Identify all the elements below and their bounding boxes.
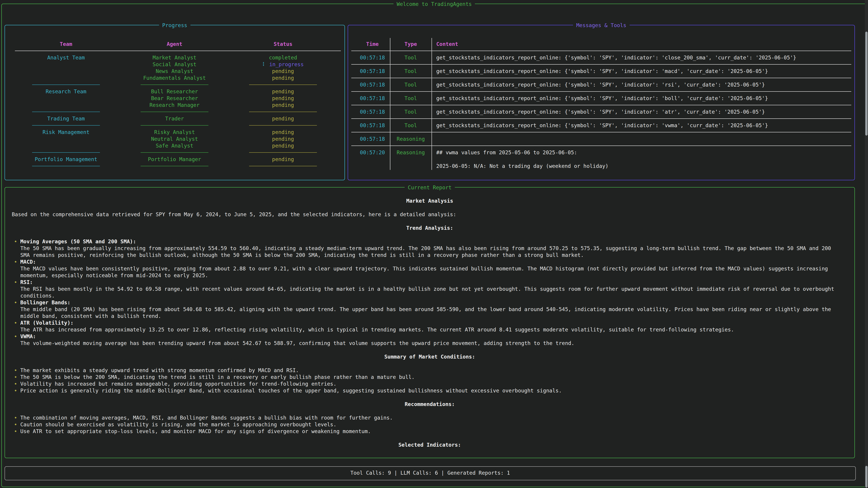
progress-panel-title: Progress [159, 22, 191, 29]
separator-cell [229, 122, 337, 129]
team-cell [12, 102, 120, 108]
message-content: get_stockstats_indicators_report_online:… [432, 122, 855, 129]
status-cell: pending [229, 74, 337, 81]
message-content: get_stockstats_indicators_report_online:… [432, 95, 855, 102]
stats-footer-panel: Tool Calls: 9 | LLM Calls: 6 | Generated… [4, 466, 856, 480]
team-cell: Research Team [12, 88, 120, 95]
report-line-text: The market exhibits a steady upward tren… [20, 367, 299, 373]
report-line: • Use ATR to set appropriate stop-loss l… [12, 428, 848, 435]
spinner-icon: ⠇ [262, 61, 266, 67]
group-separator [5, 149, 344, 156]
separator-cell [229, 149, 337, 156]
bullet-icon: • [14, 300, 20, 305]
separator-line [32, 152, 100, 153]
messages-table-body: 00:57:18Toolget_stockstats_indicators_re… [348, 54, 855, 169]
team-cell: Risk Management [12, 129, 120, 135]
messages-table-header: Time Type Content [348, 41, 855, 47]
team-cell [12, 142, 120, 149]
report-line-text: The combination of moving averages, MACD… [20, 415, 393, 421]
status-cell: pending [229, 88, 337, 95]
row-separator [348, 142, 855, 149]
separator-line [249, 85, 317, 85]
bullet-icon: • [14, 320, 20, 326]
report-line: • VWMA: [12, 333, 848, 340]
progress-row: Neutral Analystpending [5, 135, 344, 142]
bullet-icon: • [14, 428, 20, 434]
team-cell [12, 74, 120, 81]
message-content: get_stockstats_indicators_report_online:… [432, 54, 855, 61]
report-line [12, 360, 848, 367]
message-row: 00:57:18Toolget_stockstats_indicators_re… [348, 54, 855, 61]
report-line: The middle band (20 SMA) has been rising… [12, 306, 848, 313]
message-content: get_stockstats_indicators_report_online:… [432, 68, 855, 74]
bullet-icon: • [14, 388, 20, 394]
team-cell [12, 135, 120, 142]
separator-cell [12, 81, 120, 88]
row-separator [348, 74, 855, 81]
message-content-line: get_stockstats_indicators_report_online:… [436, 54, 855, 61]
separator-line [32, 125, 100, 126]
report-line: The ATR has increased from approximately… [12, 326, 848, 333]
message-row: 00:57:18Reasoning [348, 135, 855, 142]
message-row: 00:57:18Toolget_stockstats_indicators_re… [348, 68, 855, 74]
report-line: • Moving Averages (50 SMA and 200 SMA): [12, 238, 848, 245]
report-line: • MACD: [12, 258, 848, 265]
message-time: 00:57:18 [348, 108, 390, 115]
team-cell: Analyst Team [12, 54, 120, 61]
report-line: • Caution should be exercised as volatil… [12, 421, 848, 428]
report-line-text: Price action is generally riding the mid… [20, 388, 562, 394]
message-content-line: get_stockstats_indicators_report_online:… [436, 108, 855, 115]
report-line: • Volatility has increased but remains m… [12, 381, 848, 387]
scrollbar-thumb[interactable] [865, 32, 868, 135]
report-line: middle band, consistent with a bullish t… [12, 313, 848, 320]
message-type: Tool [390, 95, 432, 102]
bullet-icon: • [14, 415, 20, 421]
report-line [12, 218, 848, 225]
status-cell: pending [229, 129, 337, 135]
agent-cell: Risky Analyst [120, 129, 229, 135]
report-line-text: Volatility has increased but remains man… [20, 381, 337, 387]
separator-line [141, 166, 209, 166]
report-line: conditions. [12, 292, 848, 299]
report-line: Trend Analysis: [12, 225, 848, 231]
report-line: The volume-weighted moving average has b… [12, 340, 848, 347]
report-line [12, 347, 848, 353]
report-line-text: Caution should be exercised as volatilit… [20, 422, 337, 427]
progress-row: Fundamentals Analystpending [5, 74, 344, 81]
message-type: Reasoning [390, 135, 432, 142]
report-line-text: Bollinger Bands: [20, 300, 70, 305]
progress-row: Risk ManagementRisky Analystpending [5, 129, 344, 135]
progress-row: Analyst TeamMarket Analystcompleted [5, 54, 344, 61]
message-time: 00:57:18 [348, 95, 390, 102]
separator-cell [229, 108, 337, 115]
scrollbar-thumb[interactable] [865, 466, 868, 488]
message-content-line: 2025-06-05: N/A: Not a trading day (week… [436, 163, 855, 169]
separator-cell [229, 163, 337, 169]
separator-cell [120, 108, 229, 115]
separator-line [141, 125, 209, 126]
message-content [432, 135, 855, 142]
report-line: • The market exhibits a steady upward tr… [12, 367, 848, 374]
group-separator [5, 81, 344, 88]
status-cell: pending [229, 95, 337, 102]
separator-line [32, 166, 100, 166]
report-line [12, 231, 848, 238]
report-line-text: MACD: [20, 259, 36, 265]
progress-table-body: Analyst TeamMarket AnalystcompletedSocia… [5, 54, 344, 169]
message-content: get_stockstats_indicators_report_online:… [432, 81, 855, 88]
separator-cell [120, 149, 229, 156]
report-line: Market Analysis [12, 197, 848, 204]
message-time: 00:57:18 [348, 68, 390, 74]
stats-text: Tool Calls: 9 | LLM Calls: 6 | Generated… [5, 467, 855, 479]
message-content: ## vwma values from 2025-05-06 to 2025-0… [432, 149, 855, 169]
report-line: • The combination of moving averages, MA… [12, 414, 848, 421]
column-header-agent: Agent [120, 41, 229, 47]
messages-header-rule [348, 47, 855, 54]
message-time: 00:57:18 [348, 122, 390, 129]
status-cell: pending [229, 142, 337, 149]
agent-cell: Social Analyst [120, 61, 229, 68]
separator-line [141, 152, 209, 153]
message-row: 00:57:18Toolget_stockstats_indicators_re… [348, 81, 855, 88]
message-row: 00:57:18Toolget_stockstats_indicators_re… [348, 95, 855, 102]
separator-cell [120, 81, 229, 88]
